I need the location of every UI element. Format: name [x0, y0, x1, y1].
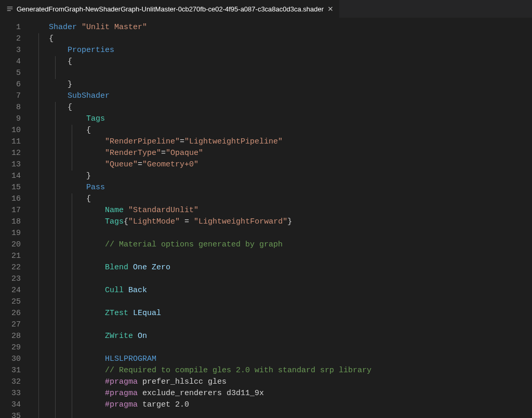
- line-number: 6: [0, 79, 30, 90]
- line-number: 7: [0, 90, 30, 102]
- code-line: [30, 228, 532, 239]
- code-line: Tags: [30, 113, 532, 125]
- line-number: 22: [0, 262, 30, 273]
- code-line: // Material options generated by graph: [30, 239, 532, 251]
- code-line: Cull Back: [30, 285, 532, 296]
- code-line: #pragma target 2.0: [30, 399, 532, 411]
- line-number: 11: [0, 136, 30, 148]
- code-line: {: [30, 125, 532, 136]
- line-number: 9: [0, 113, 30, 125]
- line-number: 23: [0, 273, 30, 285]
- line-number: 8: [0, 102, 30, 113]
- code-line: {: [30, 56, 532, 68]
- line-number: 19: [0, 228, 30, 239]
- code-line: }: [30, 79, 532, 90]
- line-number: 3: [0, 45, 30, 56]
- line-number: 15: [0, 182, 30, 193]
- code-line: // Required to compile gles 2.0 with sta…: [30, 365, 532, 376]
- tab-title: GeneratedFromGraph-NewShaderGraph-UnlitM…: [17, 5, 324, 13]
- code-line: {: [30, 33, 532, 45]
- line-number: 35: [0, 411, 30, 418]
- code-line: [30, 296, 532, 308]
- line-number: 4: [0, 56, 30, 68]
- code-line: Pass: [30, 182, 532, 193]
- editor-tab[interactable]: GeneratedFromGraph-NewShaderGraph-UnlitM…: [0, 0, 339, 18]
- code-line: {: [30, 193, 532, 205]
- line-number: 18: [0, 216, 30, 228]
- line-number: 25: [0, 296, 30, 308]
- code-line: [30, 342, 532, 354]
- line-number: 14: [0, 171, 30, 182]
- line-number: 32: [0, 376, 30, 388]
- line-number: 1: [0, 22, 30, 33]
- code-line: [30, 411, 532, 418]
- code-line: [30, 251, 532, 262]
- line-number: 31: [0, 365, 30, 376]
- code-line: [30, 68, 532, 79]
- file-icon: [6, 5, 14, 12]
- line-number: 27: [0, 319, 30, 331]
- line-number: 17: [0, 205, 30, 216]
- editor-area: 1234567891011121314151617181920212223242…: [0, 18, 532, 418]
- line-number: 34: [0, 399, 30, 411]
- code-line: {: [30, 102, 532, 113]
- tab-bar: GeneratedFromGraph-NewShaderGraph-UnlitM…: [0, 0, 532, 18]
- line-number: 5: [0, 68, 30, 79]
- line-number: 24: [0, 285, 30, 296]
- line-number: 33: [0, 388, 30, 399]
- close-icon[interactable]: [327, 5, 334, 12]
- line-number: 2: [0, 33, 30, 45]
- code-line: "Queue"="Geometry+0": [30, 159, 532, 171]
- code-line: Shader "Unlit Master": [30, 22, 532, 33]
- line-number: 16: [0, 193, 30, 205]
- line-number: 28: [0, 331, 30, 342]
- code-line: #pragma exclude_renderers d3d11_9x: [30, 388, 532, 399]
- code-line: "RenderPipeline"="LightweightPipeline": [30, 136, 532, 148]
- code-line: [30, 319, 532, 331]
- code-line: Tags{"LightMode" = "LightweightForward"}: [30, 216, 532, 228]
- code-line: Blend One Zero: [30, 262, 532, 273]
- line-number: 20: [0, 239, 30, 251]
- line-number: 12: [0, 148, 30, 159]
- code-line: Properties: [30, 45, 532, 56]
- line-number: 21: [0, 251, 30, 262]
- code-line: [30, 273, 532, 285]
- line-number: 29: [0, 342, 30, 354]
- code-line: ZTest LEqual: [30, 308, 532, 319]
- code-line: SubShader: [30, 90, 532, 102]
- code-line: #pragma prefer_hlslcc gles: [30, 376, 532, 388]
- code-line: }: [30, 171, 532, 182]
- code-line: HLSLPROGRAM: [30, 354, 532, 365]
- line-number-gutter: 1234567891011121314151617181920212223242…: [0, 18, 30, 418]
- code-line: "RenderType"="Opaque": [30, 148, 532, 159]
- line-number: 30: [0, 354, 30, 365]
- code-area[interactable]: Shader "Unlit Master" { Properties { } S…: [30, 18, 532, 418]
- line-number: 13: [0, 159, 30, 171]
- code-line: ZWrite On: [30, 331, 532, 342]
- line-number: 26: [0, 308, 30, 319]
- code-line: Name "StandardUnlit": [30, 205, 532, 216]
- line-number: 10: [0, 125, 30, 136]
